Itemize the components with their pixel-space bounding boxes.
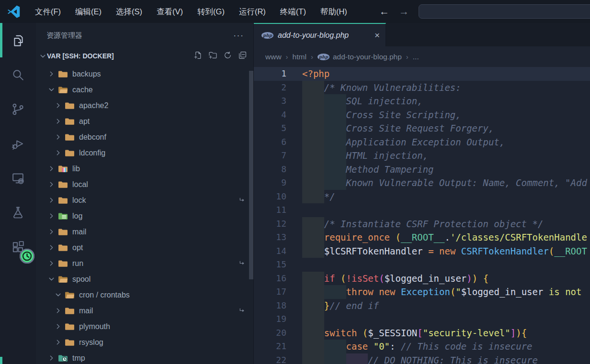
- explorer-section-header[interactable]: VAR [SSH: DOCKER]: [36, 48, 253, 64]
- explorer-icon[interactable]: [0, 23, 36, 57]
- menu-item[interactable]: 查看(V): [149, 0, 190, 23]
- code-line-text: }// end if: [302, 299, 379, 313]
- code-line[interactable]: 15: [254, 258, 590, 272]
- tree-item[interactable]: cache: [36, 82, 253, 98]
- tree-item[interactable]: local: [36, 176, 253, 192]
- code-line[interactable]: 22 // DO NOTHING: This is insecure: [254, 353, 590, 364]
- chevron-right-icon[interactable]: [47, 228, 56, 236]
- breadcrumb-item[interactable]: html: [293, 53, 306, 61]
- sidebar-scrollbar[interactable]: [249, 71, 253, 279]
- chevron-down-icon[interactable]: [47, 275, 56, 283]
- chevron-right-icon[interactable]: [47, 212, 56, 220]
- run-debug-icon[interactable]: [0, 126, 36, 161]
- more-actions-icon[interactable]: ···: [233, 30, 244, 41]
- tree-item[interactable]: lock: [36, 192, 253, 208]
- source-control-icon[interactable]: [0, 92, 36, 126]
- tree-item[interactable]: plymouth: [36, 319, 253, 334]
- chevron-right-icon[interactable]: [47, 196, 56, 204]
- menu-item[interactable]: 编辑(E): [68, 0, 109, 23]
- chevron-down-icon[interactable]: [54, 291, 62, 299]
- new-file-icon[interactable]: [194, 51, 202, 61]
- refresh-icon[interactable]: [224, 51, 232, 61]
- tree-item[interactable]: cron / crontabs: [36, 287, 253, 303]
- close-icon[interactable]: ×: [374, 31, 380, 40]
- menu-item[interactable]: 选择(S): [109, 0, 149, 23]
- tree-item[interactable]: mail: [36, 224, 253, 240]
- code-line[interactable]: 14 $lCSRFTokenHandler = new CSRFTokenHan…: [254, 244, 590, 258]
- tree-item[interactable]: spool: [36, 271, 253, 287]
- chevron-right-icon[interactable]: [47, 354, 56, 362]
- code-line[interactable]: 11: [254, 203, 590, 217]
- chevron-right-icon[interactable]: [54, 117, 62, 125]
- tree-item[interactable]: run: [36, 255, 253, 271]
- menu-item[interactable]: 转到(G): [190, 0, 232, 23]
- tree-item[interactable]: backups: [36, 66, 253, 82]
- breadcrumb-label: html: [293, 53, 306, 61]
- menu-item[interactable]: 帮助(H): [313, 0, 354, 23]
- command-center-search[interactable]: [419, 4, 590, 19]
- menu-item[interactable]: 运行(R): [232, 0, 273, 23]
- collapse-all-icon[interactable]: [238, 51, 247, 61]
- code-line[interactable]: 5 Cross Site Request Forgery,: [254, 121, 590, 135]
- code-line[interactable]: 13 require_once (__ROOT__.'/classes/CSRF…: [254, 231, 590, 244]
- chevron-right-icon[interactable]: [47, 259, 56, 267]
- breadcrumb-item[interactable]: www: [265, 53, 282, 61]
- tree-item[interactable]: log: [36, 208, 253, 224]
- forward-arrow-icon[interactable]: →: [399, 6, 409, 17]
- menu-item[interactable]: 文件(F): [28, 0, 68, 23]
- code-line[interactable]: 17 throw new Exception("$logged_in_user …: [254, 285, 590, 299]
- code-line[interactable]: 10 */: [254, 190, 590, 204]
- tree-item-label: run: [72, 259, 83, 268]
- chevron-right-icon[interactable]: [54, 322, 62, 331]
- chevron-right-icon[interactable]: [54, 338, 62, 346]
- tree-item-label: cron / crontabs: [79, 291, 130, 299]
- tree-item[interactable]: tmp: [36, 350, 253, 364]
- chevron-right-icon[interactable]: [47, 70, 56, 78]
- line-number: 2: [254, 81, 286, 95]
- code-line[interactable]: 12 /* Instantiate CSRF Protection object…: [254, 217, 590, 231]
- tree-item-label: mail: [72, 228, 86, 236]
- chevron-right-icon[interactable]: [54, 101, 62, 110]
- tab-add-to-your-blog[interactable]: php add-to-your-blog.php ×: [254, 23, 386, 46]
- new-folder-icon[interactable]: [209, 51, 217, 61]
- code-line[interactable]: 19: [254, 312, 590, 326]
- tree-item[interactable]: opt: [36, 240, 253, 255]
- tree-item[interactable]: ldconfig: [36, 145, 253, 161]
- code-line[interactable]: 2 /* Known Vulnerabilities:: [254, 81, 590, 95]
- code-line[interactable]: 1<?php: [254, 67, 590, 81]
- test-flask-icon[interactable]: [0, 195, 36, 230]
- code-line[interactable]: 20 switch ($_SESSION["security-level"]){: [254, 326, 590, 340]
- folder-open-icon: [58, 86, 68, 94]
- code-line[interactable]: 7 HTML injection,: [254, 149, 590, 163]
- code-editor[interactable]: 1<?php2 /* Known Vulnerabilities:3 SQL i…: [254, 67, 590, 364]
- code-line[interactable]: 18 }// end if: [254, 299, 590, 313]
- chevron-right-icon[interactable]: [47, 165, 56, 173]
- breadcrumb-item[interactable]: ...: [413, 53, 419, 61]
- tree-item[interactable]: lib: [36, 161, 253, 176]
- symlink-icon: [238, 260, 246, 267]
- code-line[interactable]: 21 case "0": // This code is insecure: [254, 340, 590, 353]
- search-icon[interactable]: [0, 57, 36, 92]
- tree-item[interactable]: mail: [36, 303, 253, 319]
- tree-item[interactable]: rsyslog: [36, 334, 253, 350]
- code-line[interactable]: 3 SQL injection,: [254, 94, 590, 108]
- chevron-right-icon[interactable]: [54, 149, 62, 157]
- chevron-right-icon[interactable]: [47, 180, 56, 188]
- breadcrumb-item[interactable]: phpadd-to-your-blog.php: [318, 53, 402, 61]
- back-arrow-icon[interactable]: ←: [379, 6, 389, 17]
- menu-item[interactable]: 终端(T): [273, 0, 313, 23]
- code-line[interactable]: 6 Application Exception Output,: [254, 135, 590, 149]
- remote-explorer-icon[interactable]: [0, 161, 36, 195]
- code-line[interactable]: 16 if (!isSet($logged_in_user)) {: [254, 272, 590, 286]
- code-line[interactable]: 4 Cross Site Scripting,: [254, 108, 590, 122]
- code-line[interactable]: 8 Method Tampering: [254, 163, 590, 176]
- chevron-down-icon[interactable]: [47, 86, 56, 94]
- extensions-icon[interactable]: [0, 230, 36, 264]
- chevron-right-icon[interactable]: [54, 307, 62, 315]
- tree-item[interactable]: debconf: [36, 129, 253, 145]
- chevron-right-icon[interactable]: [54, 133, 62, 141]
- tree-item[interactable]: apache2: [36, 98, 253, 113]
- code-line[interactable]: 9 Known Vulnerable Output: Name, Comment…: [254, 176, 590, 190]
- tree-item[interactable]: apt: [36, 113, 253, 129]
- chevron-right-icon[interactable]: [47, 243, 56, 252]
